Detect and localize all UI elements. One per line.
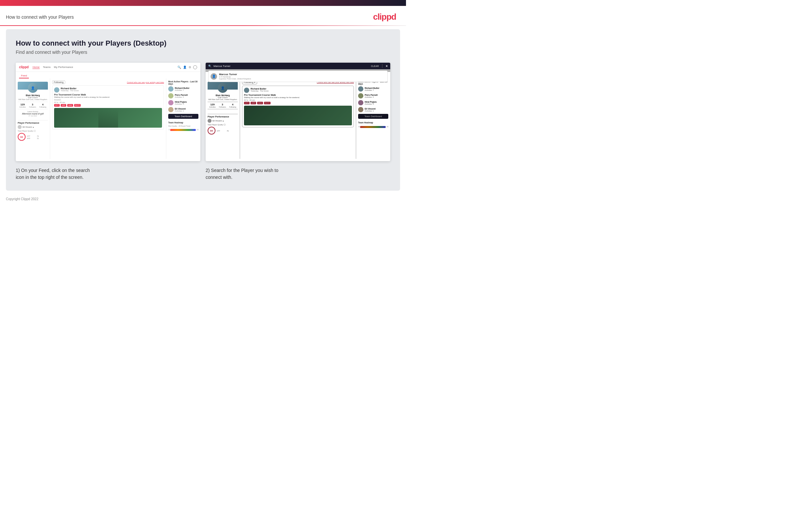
player-name-1c: Hiral Pujara	[175, 101, 198, 103]
quality-row-2: 84 OTT 79	[207, 127, 238, 134]
header-divider	[0, 25, 406, 26]
stat-following-label-1: Following	[39, 106, 46, 108]
nav-home-1[interactable]: Home	[33, 66, 39, 69]
total-player-quality-label-2: Total Player Quality ⓘ	[207, 124, 238, 126]
player-avatar-2c	[358, 100, 363, 105]
activity-card-name-2: Richard Butler	[250, 88, 352, 90]
main-subtitle: Find and connect with your Players	[16, 49, 390, 55]
latest-activity-date-1: 27 Jul 2022	[18, 115, 48, 117]
nav-myperformance-1[interactable]: My Performance	[54, 66, 73, 69]
avatar-icon-1[interactable]	[193, 65, 197, 69]
activity-card-sub-2: Yesterday · The Grove	[250, 90, 352, 92]
team-dashboard-btn-2[interactable]: Team Dashboard	[358, 114, 388, 119]
mini-bar-ott-2: OTT 79	[217, 130, 229, 132]
stat-following-num-2: 4	[229, 103, 236, 106]
player-info-1d: Eli Vincent Activities: 1	[175, 108, 198, 112]
player-list-item-1d: Eli Vincent Activities: 1	[168, 107, 198, 112]
stat-followers-label-2: Followers	[219, 106, 226, 108]
player-avatar-1c	[168, 100, 174, 105]
step2-text: 2) Search for the Player you wish toconn…	[206, 168, 278, 180]
search-close-btn-2[interactable]: ×	[386, 64, 388, 68]
activity-card-1: Richard Butler Yesterday · The Grove Pre…	[52, 85, 164, 130]
player-select-name-1: Eli Vincent	[22, 126, 32, 128]
activity-card-name-1: Richard Butler	[61, 87, 162, 90]
player-list-item-2c: Hiral Pujara Activities: 3	[358, 100, 388, 105]
profile-avatar-inner-2: 👤	[218, 83, 228, 93]
player-select-avatar-1	[18, 125, 21, 129]
search-divider-2	[382, 64, 382, 68]
search-clear-btn-2[interactable]: CLEAR	[371, 65, 379, 67]
activity-card-avatar-2	[244, 88, 249, 93]
profile-name-wrap-1: Blair McHarg Golf Coach Mill Ride Golf C…	[18, 94, 48, 100]
profile-avatar-2: 👤	[218, 83, 228, 93]
stat-followers-2: 3 Followers	[219, 103, 226, 108]
image-overlay-1	[98, 110, 118, 128]
player-acts-2a: Activities: 7	[365, 89, 388, 91]
player-select-1[interactable]: Eli Vincent ▾	[18, 125, 48, 129]
quality-circle-1: 84	[18, 133, 26, 141]
player-name-1b: Piers Parnell	[175, 94, 198, 96]
player-info-2c: Hiral Pujara Activities: 3	[365, 101, 388, 105]
profile-name-wrap-2: Blair McHarg Golf Coach Mill Ride Golf C…	[207, 94, 238, 100]
player-acts-2c: Activities: 3	[365, 103, 388, 105]
center-feed-2: Following ▾ Control who can see your act…	[240, 78, 356, 159]
feed-tab-1[interactable]: Feed	[19, 74, 29, 78]
activity-card-title-2: Pre Tournament Course Walk	[244, 94, 352, 96]
app-header-icons-1: 🔍 👤 ⚙	[178, 65, 197, 69]
activity-image-1	[54, 108, 162, 128]
heatmap-bar-2	[360, 126, 386, 128]
app-header-1: clippd Home Teams My Performance 🔍 👤 ⚙	[16, 63, 200, 72]
app-logo-1: clippd	[19, 65, 29, 69]
stat-followers-label-1: Followers	[29, 106, 36, 108]
tag-ott-1: OTT	[54, 104, 60, 107]
screenshot-1: clippd Home Teams My Performance 🔍 👤 ⚙ F…	[16, 63, 200, 161]
tag-app-1: APP	[61, 104, 66, 107]
player-perf-1: Player Performance Eli Vincent ▾ Total P…	[18, 120, 48, 141]
app-nav-1: Home Teams My Performance	[33, 66, 73, 69]
player-info-2b: Piers Parnell Activities: 4	[365, 94, 388, 98]
tag-ott-2: OTT	[244, 102, 249, 104]
player-list-2: Richard Butler Activities: 7 Piers Parne…	[358, 86, 388, 112]
search-dropdown-2[interactable]: 👤 Marcus Turner 1-5 Handicap Cypress Poi…	[208, 71, 388, 82]
control-link-1[interactable]: Control who can see your activity and da…	[127, 81, 164, 83]
player-select-arrow-2: ▾	[223, 120, 224, 122]
activity-card-header-1: Richard Butler Yesterday · The Grove	[54, 87, 162, 92]
nav-teams-1[interactable]: Teams	[43, 66, 51, 69]
profile-card-2: 👤 Blair McHarg Golf Coach Mill Ride Golf…	[207, 80, 238, 112]
tag-putt-2: PUTT	[264, 102, 271, 104]
mini-bar-app-1: APP 70	[27, 137, 39, 139]
player-select-2[interactable]: Eli Vincent ▾	[207, 119, 238, 123]
step2-label: 2) Search for the Player you wish toconn…	[206, 161, 390, 181]
activity-card-sub-1: Yesterday · The Grove	[61, 90, 162, 92]
activity-card-header-2: Richard Butler Yesterday · The Grove	[244, 88, 352, 93]
profile-stats-1: 129 Activities 3 Followers 4 Following	[18, 102, 48, 109]
mini-bar-app-val-1: 70	[35, 137, 39, 139]
activity-card-2: Richard Butler Yesterday · The Grove Pre…	[242, 86, 354, 127]
activity-duration-1: 02 hr : 00 min	[54, 101, 162, 103]
stat-following-label-2: Following	[229, 106, 236, 108]
search-result-info-2: Marcus Turner 1-5 Handicap Cypress Point…	[219, 73, 251, 80]
activity-card-desc-1: Walking the course with my coach to buil…	[54, 96, 162, 98]
step1-container: 1) On your Feed, click on the searchicon…	[16, 161, 200, 181]
player-avatar-1b	[168, 93, 174, 98]
player-name-2d: Eli Vincent	[365, 108, 388, 110]
player-acts-1d: Activities: 1	[175, 110, 198, 112]
team-heatmap-1: Team Heatmap Shot Quality · 20 Round Tre…	[168, 121, 198, 131]
stat-activities-num-1: 129	[19, 103, 26, 106]
main-title: How to connect with your Players (Deskto…	[16, 39, 390, 48]
left-col-1: 👤 Blair McHarg Golf Coach Mill Ride Golf…	[16, 78, 50, 159]
search-icon-1[interactable]: 🔍	[178, 66, 181, 69]
profile-avatar-inner-1: 👤	[28, 83, 38, 93]
team-dashboard-btn-1[interactable]: Team Dashboard	[168, 114, 198, 119]
profile-icon-1[interactable]: 👤	[183, 66, 187, 69]
search-magnifier-2: 🔍	[208, 65, 211, 68]
player-acts-1c: Activities: 3	[175, 103, 198, 105]
mini-bar-ott-val-1: 79	[35, 135, 39, 137]
following-btn-1[interactable]: Following	[52, 80, 65, 84]
stat-following-2: 4 Following	[229, 103, 236, 108]
settings-icon-1[interactable]: ⚙	[189, 66, 191, 69]
heatmap-title-1: Team Heatmap	[168, 121, 198, 124]
search-query-2[interactable]: Marcus Turner	[213, 65, 369, 68]
player-avatar-1a	[168, 86, 174, 92]
app-body-1: 👤 Blair McHarg Golf Coach Mill Ride Golf…	[16, 78, 200, 159]
